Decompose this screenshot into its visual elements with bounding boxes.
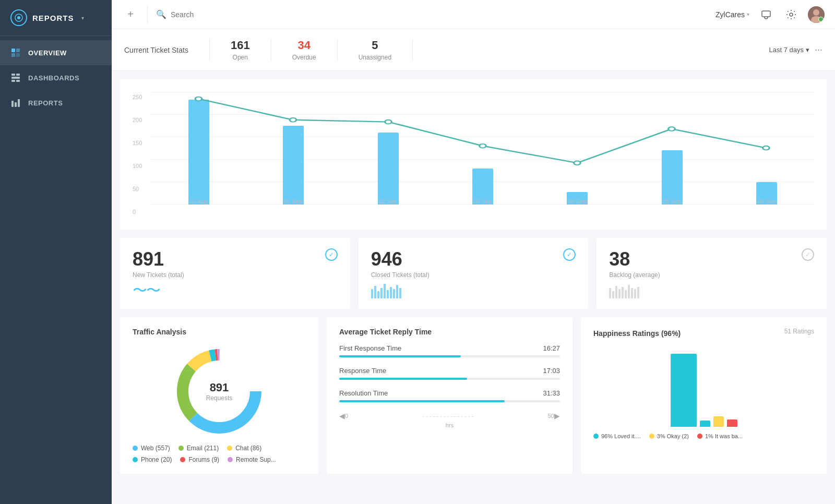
happiness-subtitle: 51 Ratings (784, 328, 814, 335)
add-button[interactable]: + (122, 6, 139, 23)
metric-backlog-label: Backlog (average) (609, 271, 660, 279)
reply-resolution-value: 31:33 (543, 389, 560, 397)
stats-more-button[interactable]: ··· (815, 44, 822, 55)
overview-icon (10, 47, 21, 58)
metric-new-tickets: 891 New Tickets (total) ✓ 〜〜 (120, 238, 350, 309)
legend-forums-label: Forums (9) (188, 456, 219, 463)
search-area: 🔍 (156, 9, 707, 19)
metric-backlog-top: 38 Backlog (average) ✓ (609, 248, 814, 279)
stat-open-number: 161 (231, 39, 250, 52)
metric-closed-sparkline (371, 283, 576, 298)
sidebar-logo[interactable]: REPORTS ▾ (0, 0, 112, 36)
sgb5 (622, 287, 624, 298)
hap-okay-dot (649, 434, 654, 439)
sidebar-item-reports[interactable]: REPORTS (0, 90, 112, 115)
x-label-06sep: 06 Sep (758, 198, 776, 205)
sb5 (384, 284, 386, 298)
x-label-31aug: 31 Aug (189, 198, 207, 205)
dashboards-icon (10, 73, 21, 83)
svg-point-24 (669, 127, 675, 131)
axis-right-arrow: ▶ (554, 412, 560, 420)
dashboards-label: DASHBOARDS (28, 74, 79, 82)
y-label-250: 250 (133, 94, 142, 100)
notifications-button[interactable] (758, 6, 774, 23)
reply-first-value: 16:27 (543, 344, 560, 352)
overview-label: OVERVIEW (28, 49, 67, 57)
y-label-0: 0 (133, 209, 142, 215)
metric-closed-top: 946 Closed Tickets (total) ✓ (371, 248, 576, 279)
hap-legend-okay: 3% Okay (2) (649, 433, 689, 439)
x-label-02sep: 02 Sep (379, 198, 397, 205)
reply-resolution-bg (339, 400, 560, 402)
stats-bar-right: Last 7 days ▾ ··· (769, 44, 822, 55)
brand-name: ZylCares (715, 10, 745, 19)
reply-response-header: Response Time 17:03 (339, 367, 560, 375)
sgb1 (609, 288, 611, 298)
metric-closed-tickets: 946 Closed Tickets (total) ✓ (359, 238, 589, 309)
settings-button[interactable] (783, 6, 800, 23)
legend-chat: Chat (86) (227, 445, 261, 452)
stat-open-label: Open (233, 54, 248, 61)
reply-resolution-label: Resolution Time (339, 389, 388, 397)
stat-unassigned-label: Unassigned (359, 54, 391, 61)
svg-rect-14 (762, 11, 770, 17)
svg-rect-11 (11, 101, 14, 107)
hap-bar-okay (713, 416, 724, 427)
bottom-panels: Traffic Analysis (120, 317, 827, 474)
svg-point-15 (790, 13, 793, 16)
search-input[interactable] (171, 10, 275, 19)
trend-line-svg (151, 92, 814, 192)
hap-legend-loved: 96% Loved it.... (593, 433, 641, 439)
axis-label-50: 50 (548, 413, 554, 419)
sgb3 (615, 286, 617, 298)
reply-axis-labels: 0 - - - - - - - - - - - - - - - 50 (345, 413, 554, 419)
svg-rect-5 (16, 53, 20, 57)
reply-first-response: First Response Time 16:27 (339, 344, 560, 357)
svg-point-22 (480, 144, 486, 148)
sb1 (371, 289, 373, 298)
happiness-title: Happiness Ratings (96%) (593, 329, 681, 338)
metric-backlog-sparkline (609, 283, 814, 298)
y-label-200: 200 (133, 117, 142, 123)
metric-closed-check: ✓ (563, 248, 576, 261)
chart-y-labels: 250 200 150 100 50 0 (133, 92, 142, 217)
x-label-01sep: 01 Sep (284, 198, 302, 205)
sgb7 (628, 285, 630, 298)
content-area: Current Ticket Stats 161 Open 34 Overdue… (112, 29, 835, 504)
happiness-chart (593, 343, 814, 427)
sparkline-bars (371, 283, 401, 298)
stat-open: 161 Open (209, 39, 271, 61)
stat-overdue-number: 34 (297, 39, 310, 52)
sidebar-item-dashboards[interactable]: DASHBOARDS (0, 65, 112, 90)
sgb4 (618, 289, 621, 298)
hap-bar-2 (700, 421, 710, 427)
user-avatar[interactable] (808, 6, 825, 23)
period-label: Last 7 days (769, 46, 804, 54)
reports-label: REPORTS (28, 99, 63, 107)
main-chart-container: 250 200 150 100 50 0 (133, 92, 814, 217)
happiness-legend: 96% Loved it.... 3% Okay (2) 1% It was b… (593, 433, 814, 439)
main-area: + 🔍 ZylCares ▾ (112, 0, 835, 504)
svg-point-20 (290, 118, 296, 122)
brand-selector[interactable]: ZylCares ▾ (715, 10, 749, 19)
donut-center: 891 Requests (206, 381, 233, 402)
metric-new-check: ✓ (325, 248, 338, 261)
legend-chat-label: Chat (86) (235, 445, 261, 452)
legend-forums: Forums (9) (180, 456, 219, 463)
stat-overdue: 34 Overdue (271, 39, 338, 61)
svg-rect-9 (11, 80, 15, 82)
reply-resolution: Resolution Time 31:33 (339, 389, 560, 402)
sidebar-title: REPORTS (32, 14, 74, 22)
metric-new-sparkline: 〜〜 (133, 283, 338, 298)
legend-chat-dot (227, 446, 232, 451)
metric-new-label: New Tickets (total) (133, 271, 184, 279)
legend-phone-label: Phone (20) (141, 456, 172, 463)
hap-okay-label: 3% Okay (2) (657, 433, 689, 439)
hap-loved-dot (593, 434, 599, 439)
sidebar-item-overview[interactable]: OVERVIEW (0, 40, 112, 65)
period-selector[interactable]: Last 7 days ▾ (769, 46, 809, 54)
axis-left-arrow: ◀ (339, 412, 345, 420)
x-label-03sep: 03 Sep (473, 198, 492, 205)
sb3 (377, 291, 379, 298)
svg-rect-4 (11, 53, 15, 57)
